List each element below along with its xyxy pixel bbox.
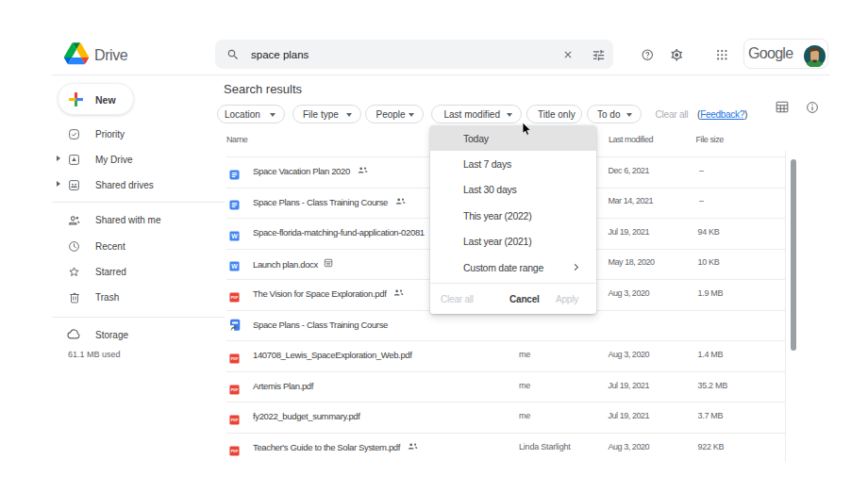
svg-text:PDF: PDF	[230, 295, 238, 300]
svg-text:PDF: PDF	[230, 356, 238, 361]
svg-text:W: W	[231, 233, 238, 239]
svg-text:PDF: PDF	[230, 418, 238, 423]
svg-text:PDF: PDF	[230, 449, 238, 453]
svg-text:PDF: PDF	[230, 387, 238, 392]
svg-text:W: W	[231, 263, 238, 270]
